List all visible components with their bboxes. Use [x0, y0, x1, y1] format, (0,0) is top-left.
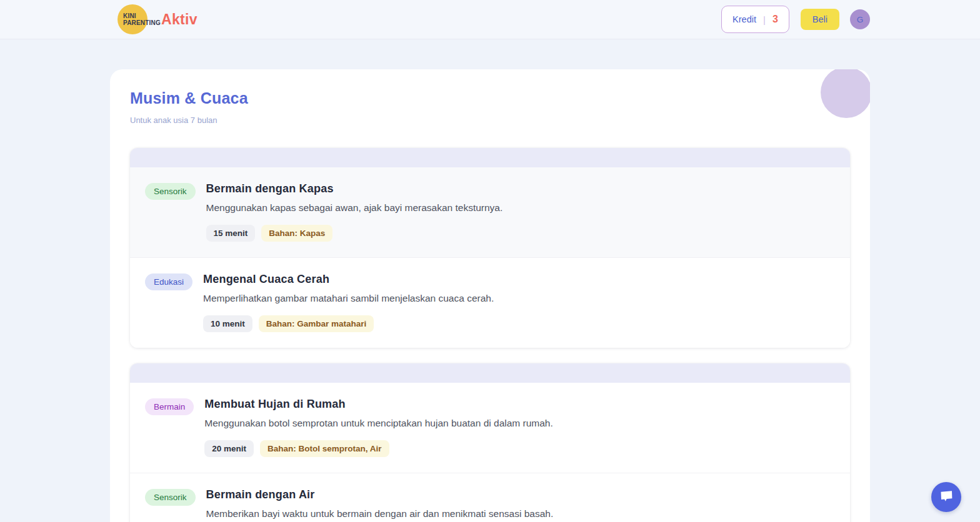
category-badge: Sensorik — [145, 183, 196, 200]
logo-line1: KINI — [123, 12, 161, 19]
chat-bubble-icon — [939, 490, 954, 504]
activity-description: Memberikan bayi waktu untuk bermain deng… — [206, 508, 554, 520]
activity-title: Mengenal Cuaca Cerah — [203, 273, 494, 286]
materials-chip: Bahan: Botol semprotan, Air — [260, 440, 389, 457]
activity-row[interactable]: Sensorik Bermain dengan Air Memberikan b… — [130, 473, 850, 522]
decorative-circle — [821, 69, 870, 118]
group-header-band — [130, 363, 850, 383]
activity-row[interactable]: Bermain Membuat Hujan di Rumah Menggunak… — [130, 383, 850, 473]
activity-group: Sensorik Bermain dengan Kapas Menggunaka… — [130, 148, 850, 348]
credit-pill[interactable]: Kredit | 3 — [721, 6, 789, 33]
activity-row[interactable]: Sensorik Bermain dengan Kapas Menggunaka… — [130, 167, 850, 257]
activity-title: Bermain dengan Air — [206, 488, 554, 501]
logo-text: KINI PARENTING — [123, 12, 161, 26]
duration-chip: 10 menit — [203, 315, 252, 332]
materials-chip: Bahan: Gambar matahari — [259, 315, 374, 332]
activity-description: Menggunakan kapas sebagai awan, ajak bay… — [206, 202, 503, 214]
credit-value: 3 — [772, 14, 778, 25]
duration-chip: 20 menit — [204, 440, 254, 457]
activity-row[interactable]: Edukasi Mengenal Cuaca Cerah Memperlihat… — [130, 257, 850, 348]
activity-description: Menggunakan botol semprotan untuk mencip… — [204, 418, 553, 429]
group-header-band — [130, 148, 850, 167]
materials-chip: Bahan: Kapas — [261, 225, 332, 242]
page-subtitle: Untuk anak usia 7 bulan — [130, 116, 850, 125]
activity-description: Memperlihatkan gambar matahari sambil me… — [203, 293, 494, 304]
credit-label: Kredit — [732, 14, 756, 24]
category-badge: Edukasi — [145, 273, 192, 290]
duration-chip: 15 menit — [206, 225, 256, 242]
chat-fab-button[interactable] — [931, 482, 961, 512]
avatar[interactable]: G — [850, 9, 870, 29]
activity-group: Bermain Membuat Hujan di Rumah Menggunak… — [130, 363, 850, 522]
kiniparenting-logo[interactable]: KINI PARENTING — [118, 4, 148, 34]
logo-line2: PARENTING — [123, 19, 161, 26]
activity-title: Membuat Hujan di Rumah — [204, 398, 553, 411]
category-badge: Bermain — [145, 398, 194, 415]
app-header: KINI PARENTING Aktiv Kredit | 3 Beli G — [0, 0, 980, 39]
page-title: Musim & Cuaca — [130, 89, 850, 107]
buy-button[interactable]: Beli — [801, 9, 839, 30]
activity-title: Bermain dengan Kapas — [206, 182, 503, 195]
app-title: Aktiv — [161, 11, 198, 28]
category-badge: Sensorik — [145, 489, 196, 506]
content-card: Musim & Cuaca Untuk anak usia 7 bulan Se… — [110, 69, 870, 522]
credit-divider: | — [763, 14, 766, 25]
